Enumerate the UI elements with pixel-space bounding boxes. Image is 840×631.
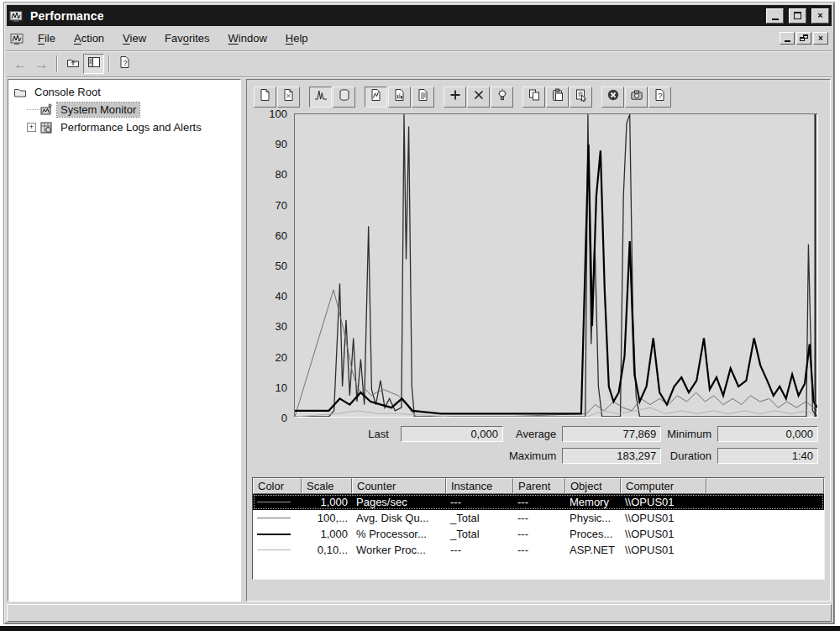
- legend-cell-object: ASP.NET: [565, 544, 621, 556]
- highlight-button[interactable]: [491, 87, 513, 108]
- legend-row-avg-disk-qu-[interactable]: 100,...Avg. Disk Qu..._Total---Physic...…: [253, 510, 824, 526]
- legend-row-worker-proc-[interactable]: 0,10...Worker Proc...------ASP.NET\\OPUS…: [253, 542, 824, 558]
- app-icon: [9, 9, 23, 23]
- average-value: 77,869: [562, 426, 661, 442]
- close-button[interactable]: ×: [811, 8, 829, 24]
- up-one-level-button[interactable]: [62, 54, 83, 74]
- y-tick-label: 100: [269, 108, 287, 120]
- window-title: Performance: [30, 9, 761, 23]
- system-monitor-toolbar: ?: [252, 83, 825, 113]
- average-label: Average: [509, 428, 556, 440]
- back-arrow-icon: ←: [13, 57, 28, 71]
- tree-item-console-root[interactable]: Console Root: [10, 83, 239, 101]
- legend-column-parent[interactable]: Parent: [513, 478, 565, 494]
- svg-text:?: ?: [658, 92, 662, 100]
- view-histogram-button[interactable]: [388, 87, 411, 108]
- legend-column-color[interactable]: Color: [253, 478, 302, 494]
- child-restore-button[interactable]: [796, 32, 811, 45]
- menu-action[interactable]: Action: [65, 29, 113, 48]
- legend-row--processor-[interactable]: 1,000% Processor..._Total---Proces...\\O…: [253, 526, 824, 542]
- copy-properties-button[interactable]: [522, 87, 545, 108]
- tree-item-system-monitor[interactable]: System Monitor: [10, 101, 239, 118]
- child-close-button[interactable]: ×: [813, 32, 828, 45]
- freeze-display-button[interactable]: [601, 87, 624, 108]
- view-graph-button[interactable]: [365, 87, 387, 108]
- legend-column-object[interactable]: Object: [565, 478, 621, 494]
- update-data-button[interactable]: [625, 87, 648, 108]
- menu-window[interactable]: Window: [219, 29, 276, 48]
- delete-counter-button[interactable]: [467, 87, 490, 108]
- legend-cell-instance: _Total: [446, 512, 513, 524]
- legend-cell-instance: ---: [446, 496, 513, 508]
- child-minimize-button[interactable]: [780, 32, 795, 45]
- view-report-button[interactable]: [412, 87, 434, 108]
- legend-cell-computer: \\OPUS01: [621, 496, 706, 508]
- menu-favorites[interactable]: Favorites: [155, 29, 218, 48]
- help-topics-button[interactable]: ?: [114, 54, 135, 74]
- y-tick-label: 90: [276, 138, 287, 150]
- system-monitor-pane: ? 1009080706050403020100 Last 0,000 Aver…: [246, 79, 831, 602]
- legend-column-counter[interactable]: Counter: [352, 478, 446, 494]
- minimize-icon: [772, 18, 779, 20]
- help-topics-icon: ?: [118, 55, 132, 72]
- legend-column-computer[interactable]: Computer: [621, 478, 706, 494]
- legend-cell-counter: Avg. Disk Qu...: [352, 512, 446, 524]
- legend-row-pages-sec[interactable]: 1,000Pages/sec------Memory\\OPUS01: [253, 494, 824, 510]
- legend-cell-computer: \\OPUS01: [621, 512, 706, 524]
- menu-file[interactable]: File: [29, 29, 65, 48]
- minimize-button[interactable]: [766, 8, 784, 24]
- menu-bar-items: FileActionViewFavoritesWindowHelp: [29, 29, 318, 48]
- color-swatch: [253, 549, 302, 550]
- legend-header: ColorScaleCounterInstanceParentObjectCom…: [253, 478, 824, 494]
- svg-text:?: ?: [123, 59, 127, 67]
- paste-counter-list-button[interactable]: [546, 87, 569, 108]
- clear-display-button[interactable]: [277, 87, 300, 108]
- performance-window: Performance × FileActionViewFavoritesWin…: [3, 2, 835, 624]
- y-tick-label: 20: [276, 350, 287, 363]
- legend-cell-parent: ---: [513, 528, 565, 540]
- menu-view[interactable]: View: [113, 29, 155, 48]
- view-current-activity-button[interactable]: [309, 87, 332, 108]
- legend-column-filler[interactable]: [706, 478, 824, 494]
- series-pages-sec: [295, 114, 817, 417]
- child-minimize-icon: [785, 40, 790, 42]
- statistics-bar: Last 0,000 Average 77,869 Minimum 0,000 …: [252, 418, 825, 467]
- status-bar: [7, 604, 832, 622]
- minimum-value: 0,000: [717, 426, 818, 442]
- legend-cell-counter: Pages/sec: [352, 496, 446, 508]
- child-close-icon: ×: [818, 34, 823, 43]
- maximize-button[interactable]: [789, 8, 806, 24]
- help-icon: ?: [654, 88, 667, 105]
- show-hide-console-tree-button[interactable]: [83, 54, 104, 74]
- properties-icon: [575, 88, 588, 105]
- legend-cell-parent: ---: [513, 512, 565, 524]
- view-graph-icon: [370, 88, 383, 105]
- tree-item-label: System Monitor: [57, 103, 139, 117]
- legend-column-scale[interactable]: Scale: [302, 478, 352, 494]
- view-log-data-button[interactable]: [333, 87, 355, 108]
- freeze-display-icon: [606, 88, 620, 105]
- menu-help[interactable]: Help: [276, 29, 318, 48]
- help-button[interactable]: ?: [648, 87, 671, 108]
- tree-expander-icon[interactable]: +: [27, 123, 36, 132]
- properties-button[interactable]: [570, 87, 592, 108]
- close-icon: ×: [817, 11, 822, 20]
- forward-button: →: [31, 54, 52, 74]
- new-counter-set-button[interactable]: [254, 87, 276, 108]
- delete-counter-icon: [472, 88, 486, 105]
- tree-item-performance-logs-and-alerts[interactable]: +Performance Logs and Alerts: [10, 118, 239, 136]
- legend-cell-scale: 1,000: [302, 528, 352, 540]
- series--processor-time: [295, 145, 817, 413]
- legend-cell-counter: Worker Proc...: [352, 544, 446, 556]
- add-counter-button[interactable]: [444, 87, 466, 108]
- toolbar-separator: [108, 55, 110, 72]
- tree-connector: [27, 109, 39, 110]
- show-hide-console-tree-icon: [87, 55, 101, 72]
- system-monitor-icon: [39, 103, 53, 117]
- folder-icon: [13, 86, 27, 99]
- legend-cell-computer: \\OPUS01: [621, 528, 706, 540]
- y-tick-label: 30: [276, 320, 287, 333]
- add-counter-icon: [449, 88, 462, 105]
- legend-cell-computer: \\OPUS01: [621, 544, 706, 556]
- legend-column-instance[interactable]: Instance: [446, 478, 513, 494]
